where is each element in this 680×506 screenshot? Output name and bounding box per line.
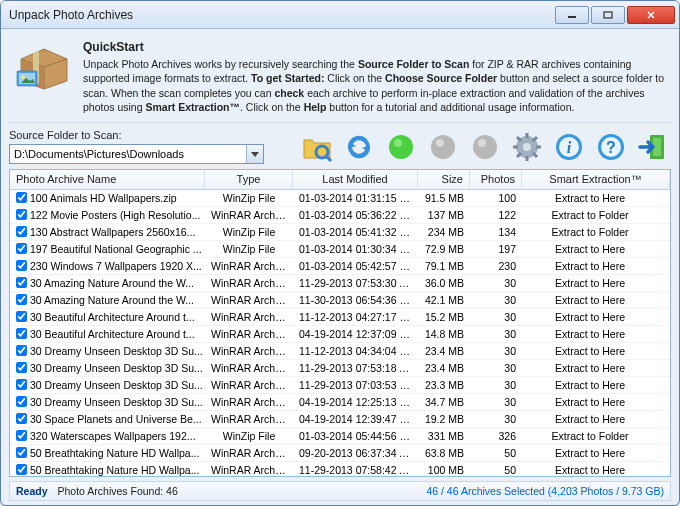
cell-smart: Extract to Here: [522, 260, 670, 272]
cell-smart: Extract to Here: [522, 243, 670, 255]
table-row[interactable]: 30 Beautiful Architecture Around t...Win…: [10, 309, 670, 326]
svg-line-20: [533, 153, 537, 157]
cell-modified: 09-20-2013 06:37:34 AM: [293, 447, 418, 459]
table-row[interactable]: 320 Waterscapes Wallpapers 192...WinZip …: [10, 428, 670, 445]
row-checkbox[interactable]: [16, 362, 27, 373]
cell-modified: 01-03-2014 05:36:22 PM: [293, 209, 418, 221]
cell-modified: 01-03-2014 05:42:57 PM: [293, 260, 418, 272]
archive-table: Photo Archive Name Type Last Modified Si…: [9, 169, 671, 477]
cell-size: 137 MB: [418, 209, 470, 221]
toolbar-row: Source Folder to Scan: i ?: [9, 129, 671, 165]
svg-point-10: [436, 139, 444, 147]
row-checkbox[interactable]: [16, 294, 27, 305]
row-checkbox[interactable]: [16, 243, 27, 254]
table-row[interactable]: 30 Amazing Nature Around the W...WinRAR …: [10, 292, 670, 309]
table-row[interactable]: 30 Beautiful Architecture Around t...Win…: [10, 326, 670, 343]
table-row[interactable]: 30 Dreamy Unseen Desktop 3D Su...WinRAR …: [10, 394, 670, 411]
cell-size: 72.9 MB: [418, 243, 470, 255]
col-name[interactable]: Photo Archive Name: [10, 170, 205, 189]
help-button[interactable]: ?: [593, 129, 629, 165]
table-row[interactable]: 30 Dreamy Unseen Desktop 3D Su...WinRAR …: [10, 377, 670, 394]
cell-type: WinRAR Archive: [205, 209, 293, 221]
table-row[interactable]: 50 Breathtaking Nature HD Wallpa...WinRA…: [10, 445, 670, 462]
gray-status-icon-1[interactable]: [425, 129, 461, 165]
svg-point-14: [523, 143, 531, 151]
settings-button[interactable]: [509, 129, 545, 165]
green-status-icon[interactable]: [383, 129, 419, 165]
choose-folder-button[interactable]: [299, 129, 335, 165]
cell-type: WinZip File: [205, 243, 293, 255]
refresh-button[interactable]: [341, 129, 377, 165]
info-button[interactable]: i: [551, 129, 587, 165]
cell-type: WinRAR Archive: [205, 277, 293, 289]
cell-size: 19.2 MB: [418, 413, 470, 425]
cell-smart: Extract to Here: [522, 311, 670, 323]
statusbar: Ready Photo Archives Found: 46 46 / 46 A…: [9, 481, 671, 501]
source-input[interactable]: [10, 145, 246, 163]
col-size[interactable]: Size: [418, 170, 470, 189]
row-checkbox[interactable]: [16, 447, 27, 458]
row-checkbox[interactable]: [16, 192, 27, 203]
col-photos[interactable]: Photos: [470, 170, 522, 189]
window-buttons: [555, 6, 675, 24]
cell-photos: 30: [470, 328, 522, 340]
row-checkbox[interactable]: [16, 226, 27, 237]
svg-point-11: [473, 135, 497, 159]
col-smart[interactable]: Smart Extraction™: [522, 170, 670, 189]
table-row[interactable]: 30 Space Planets and Universe Be...WinRA…: [10, 411, 670, 428]
row-checkbox[interactable]: [16, 430, 27, 441]
source-combo[interactable]: [9, 144, 264, 164]
close-button[interactable]: [627, 6, 675, 24]
cell-modified: 11-29-2013 07:03:53 PM: [293, 379, 418, 391]
cell-type: WinRAR Archive: [205, 345, 293, 357]
cell-smart: Extract to Here: [522, 447, 670, 459]
cell-name: 230 Windows 7 Wallpapers 1920 X...: [10, 260, 205, 272]
table-row[interactable]: 30 Dreamy Unseen Desktop 3D Su...WinRAR …: [10, 360, 670, 377]
chevron-down-icon[interactable]: [246, 145, 263, 163]
cell-smart: Extract to Folder: [522, 430, 670, 442]
gray-status-icon-2[interactable]: [467, 129, 503, 165]
maximize-button[interactable]: [591, 6, 625, 24]
svg-rect-1: [604, 12, 612, 18]
cell-smart: Extract to Here: [522, 413, 670, 425]
row-checkbox[interactable]: [16, 379, 27, 390]
cell-modified: 01-03-2014 01:30:34 PM: [293, 243, 418, 255]
table-row[interactable]: 197 Beautiful National Geographic ...Win…: [10, 241, 670, 258]
table-row[interactable]: 50 Breathtaking Nature HD Wallpa...WinRA…: [10, 462, 670, 476]
table-row[interactable]: 130 Abstract Wallpapers 2560x16...WinZip…: [10, 224, 670, 241]
minimize-button[interactable]: [555, 6, 589, 24]
row-checkbox[interactable]: [16, 413, 27, 424]
table-row[interactable]: 30 Dreamy Unseen Desktop 3D Su...WinRAR …: [10, 343, 670, 360]
col-type[interactable]: Type: [205, 170, 293, 189]
col-modified[interactable]: Last Modified: [293, 170, 418, 189]
row-checkbox[interactable]: [16, 464, 27, 475]
row-checkbox[interactable]: [16, 277, 27, 288]
row-checkbox[interactable]: [16, 396, 27, 407]
cell-size: 36.0 MB: [418, 277, 470, 289]
svg-text:?: ?: [606, 139, 616, 156]
row-checkbox[interactable]: [16, 328, 27, 339]
cell-type: WinRAR Archive: [205, 396, 293, 408]
cell-type: WinZip File: [205, 226, 293, 238]
table-row[interactable]: 230 Windows 7 Wallpapers 1920 X...WinRAR…: [10, 258, 670, 275]
table-body[interactable]: 100 Animals HD Wallpapers.zipWinZip File…: [10, 190, 670, 476]
exit-button[interactable]: [635, 129, 671, 165]
cell-smart: Extract to Here: [522, 396, 670, 408]
table-row[interactable]: 122 Movie Posters (High Resolutio...WinR…: [10, 207, 670, 224]
cell-smart: Extract to Here: [522, 277, 670, 289]
row-checkbox[interactable]: [16, 260, 27, 271]
svg-rect-0: [568, 16, 576, 18]
table-row[interactable]: 30 Amazing Nature Around the W...WinRAR …: [10, 275, 670, 292]
cell-smart: Extract to Here: [522, 192, 670, 204]
row-checkbox[interactable]: [16, 209, 27, 220]
cell-photos: 30: [470, 311, 522, 323]
row-checkbox[interactable]: [16, 345, 27, 356]
cell-name: 30 Space Planets and Universe Be...: [10, 413, 205, 425]
cell-smart: Extract to Here: [522, 328, 670, 340]
cell-size: 34.7 MB: [418, 396, 470, 408]
cell-smart: Extract to Folder: [522, 209, 670, 221]
table-row[interactable]: 100 Animals HD Wallpapers.zipWinZip File…: [10, 190, 670, 207]
cell-modified: 11-12-2013 04:27:17 PM: [293, 311, 418, 323]
row-checkbox[interactable]: [16, 311, 27, 322]
cell-name: 30 Amazing Nature Around the W...: [10, 277, 205, 289]
